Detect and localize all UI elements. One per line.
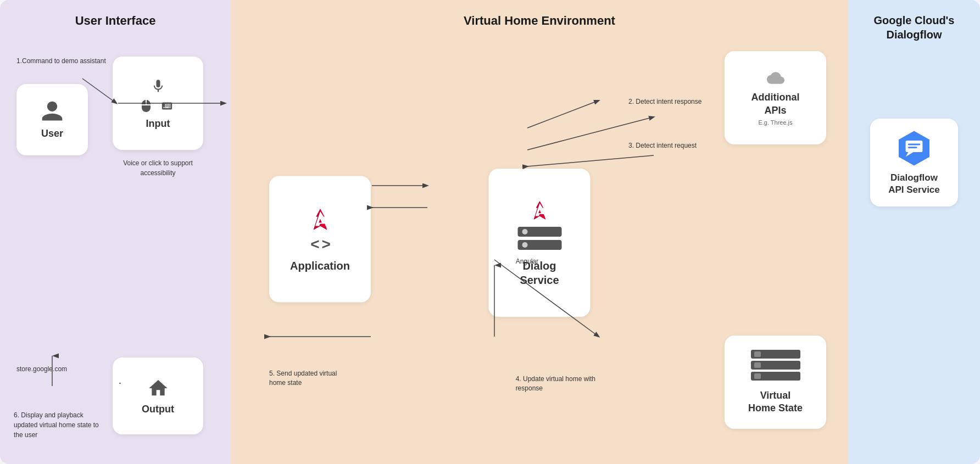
angular-annotation: Angular (516, 258, 538, 265)
angular-logo-dialog (527, 198, 552, 222)
arrow2-annotation: 2. Detect intent response (628, 98, 716, 105)
arrow5-annotation: 5. Send updated virtual home state (269, 369, 352, 388)
dialog-service-box: DialogService (489, 169, 591, 317)
db-row-3 (751, 372, 800, 381)
input-icons-row (140, 98, 177, 114)
angular-logo-app (307, 206, 334, 233)
display-annotation: 6. Display and playback updated virtual … (14, 410, 102, 440)
svg-rect-28 (908, 147, 917, 148)
input-icons (140, 76, 177, 114)
vhe-section: Virtual Home Environment < > Application (231, 0, 848, 464)
server-bar-1 (517, 227, 561, 237)
server-bars (517, 227, 561, 250)
ui-section-title: User Interface (11, 13, 220, 29)
input-box: Input (113, 57, 203, 150)
db-row-1 (751, 350, 800, 359)
gcloud-section-title: Google Cloud's Dialogflow (859, 13, 969, 42)
user-icon (40, 99, 64, 124)
dialogflow-box: DialogflowAPI Service (870, 119, 958, 206)
dialogflow-logo (895, 129, 933, 167)
user-interface-section: User Interface User 1.Command to demo as… (0, 0, 231, 464)
additional-apis-box: AdditionalAPIs E.g. Three.js (725, 51, 826, 144)
code-symbol: < > (310, 236, 329, 253)
command-annotation: 1.Command to demo assistant (16, 57, 106, 66)
output-label: Output (142, 404, 174, 415)
db-stack (751, 350, 800, 381)
cloud-icon (762, 69, 789, 87)
store-annotation: store.google.com (16, 365, 67, 374)
svg-rect-25 (906, 141, 923, 152)
arrow4-annotation: 4. Update virtual home with response (516, 374, 598, 393)
dialogflow-label: DialogflowAPI Service (888, 172, 940, 196)
mic-icon (151, 76, 166, 96)
mouse-icon (140, 98, 153, 114)
gcloud-section: Google Cloud's Dialogflow DialogflowAPI … (848, 0, 980, 464)
virtual-home-box: VirtualHome State (725, 336, 826, 429)
application-label: Application (290, 260, 350, 272)
svg-line-20 (527, 155, 654, 166)
input-label: Input (146, 118, 170, 130)
svg-line-18 (527, 100, 599, 128)
keyboard-icon (157, 100, 177, 112)
home-icon (147, 377, 169, 399)
arrow3-annotation: 3. Detect intent request (628, 142, 716, 149)
output-box: Output (113, 357, 203, 434)
virtual-home-label: VirtualHome State (748, 389, 803, 415)
application-box: < > Application (269, 176, 371, 302)
additional-apis-sub: E.g. Three.js (758, 119, 792, 126)
additional-apis-label: AdditionalAPIs (751, 91, 800, 117)
vhe-section-title: Virtual Home Environment (242, 13, 837, 29)
db-row-2 (751, 361, 800, 370)
user-label: User (41, 128, 63, 139)
user-box: User (16, 84, 88, 155)
input-description: Voice or click to support accessibility (113, 158, 203, 178)
svg-rect-27 (908, 144, 920, 146)
server-bar-2 (517, 240, 561, 250)
